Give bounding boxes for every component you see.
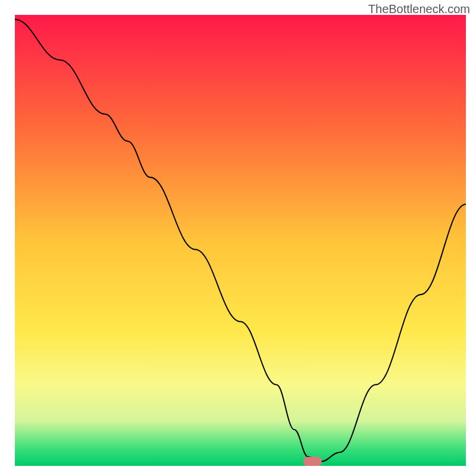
chart-svg [0,0,476,476]
gradient-background [15,15,466,466]
optimum-marker [303,457,321,466]
bottleneck-chart: TheBottleneck.com [0,0,476,476]
watermark-text: TheBottleneck.com [368,2,470,16]
